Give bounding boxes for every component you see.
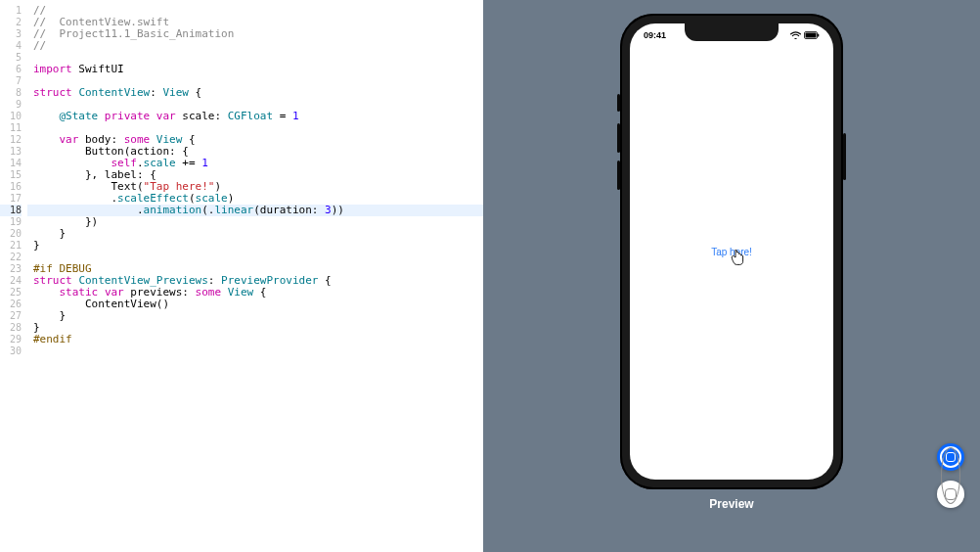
- power-button: [843, 133, 846, 180]
- line-number: 26: [0, 299, 22, 310]
- code-line[interactable]: }: [27, 322, 483, 334]
- line-number: 20: [0, 228, 22, 240]
- volume-down: [617, 161, 620, 190]
- line-number: 19: [0, 216, 22, 228]
- line-number: 30: [0, 345, 22, 357]
- code-line[interactable]: }): [27, 216, 483, 228]
- line-number: 7: [0, 75, 22, 87]
- code-line[interactable]: import SwiftUI: [27, 64, 483, 75]
- line-number: 13: [0, 146, 22, 158]
- code-line[interactable]: //: [27, 40, 483, 52]
- code-line[interactable]: @State private var scale: CGFloat = 1: [27, 111, 483, 122]
- line-number: 10: [0, 111, 22, 122]
- code-line[interactable]: // Project11.1_Basic_Animation: [27, 28, 483, 40]
- preview-label: Preview: [709, 497, 753, 511]
- line-number: 29: [0, 334, 22, 345]
- tap-here-button[interactable]: Tap here!: [711, 247, 752, 257]
- line-number: 18: [0, 205, 22, 216]
- preview-canvas: 09:41 Tap here!: [483, 0, 980, 552]
- line-number: 12: [0, 134, 22, 146]
- line-number: 2: [0, 17, 22, 28]
- line-number: 27: [0, 310, 22, 322]
- code-line[interactable]: ContentView(): [27, 299, 483, 310]
- line-number: 5: [0, 52, 22, 64]
- line-number: 6: [0, 64, 22, 75]
- preview-controls: [937, 443, 964, 508]
- code-line[interactable]: }: [27, 240, 483, 252]
- line-number: 14: [0, 158, 22, 169]
- mute-switch: [617, 94, 620, 112]
- line-number: 4: [0, 40, 22, 52]
- line-number: 21: [0, 240, 22, 252]
- code-line[interactable]: struct ContentView: View {: [27, 87, 483, 99]
- line-number: 28: [0, 322, 22, 334]
- line-number: 3: [0, 28, 22, 40]
- line-number: 22: [0, 252, 22, 263]
- line-number: 23: [0, 263, 22, 275]
- code-line[interactable]: }: [27, 228, 483, 240]
- line-number: 16: [0, 181, 22, 193]
- line-number: 9: [0, 99, 22, 111]
- device-notch: [685, 23, 779, 41]
- line-number: 25: [0, 287, 22, 299]
- button-label: Tap here!: [711, 247, 752, 257]
- code-editor[interactable]: 1234567891011121314151617181920212223242…: [0, 0, 483, 552]
- line-number: 24: [0, 275, 22, 287]
- code-area[interactable]: //// ContentView.swift// Project11.1_Bas…: [27, 0, 483, 552]
- volume-up: [617, 123, 620, 153]
- code-line[interactable]: [27, 345, 483, 357]
- code-line[interactable]: }: [27, 310, 483, 322]
- device-frame: 09:41 Tap here!: [620, 14, 843, 489]
- code-line[interactable]: [27, 252, 483, 263]
- code-line[interactable]: #endif: [27, 334, 483, 345]
- line-gutter: 1234567891011121314151617181920212223242…: [0, 0, 27, 552]
- line-number: 11: [0, 122, 22, 134]
- line-number: 17: [0, 193, 22, 205]
- preview-variants-button[interactable]: [937, 481, 964, 508]
- device-screen: 09:41 Tap here!: [630, 23, 833, 480]
- line-number: 15: [0, 169, 22, 181]
- app-content: Tap here!: [630, 23, 833, 480]
- line-number: 8: [0, 87, 22, 99]
- line-number: 1: [0, 5, 22, 17]
